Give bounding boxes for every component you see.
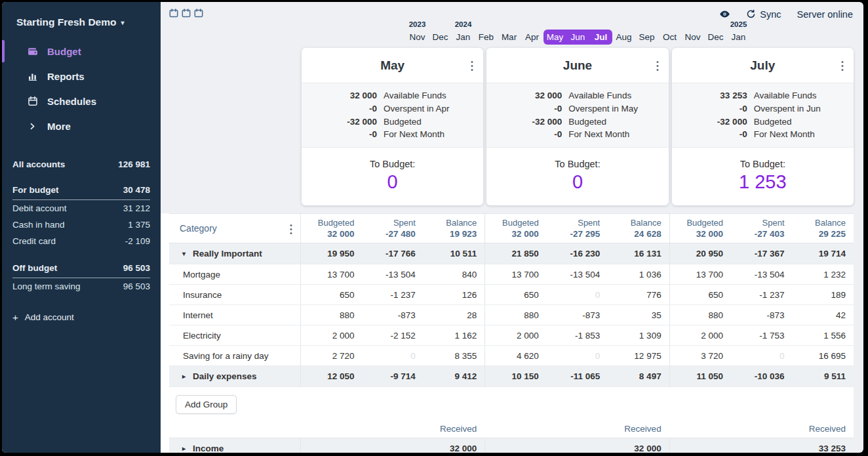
server-status[interactable]: Server online [797, 9, 853, 20]
spent-cell[interactable]: 0 [547, 290, 608, 300]
column-header-budgeted[interactable]: Budgeted32 000 [485, 214, 546, 243]
spent-cell[interactable]: -13 504 [731, 270, 792, 280]
account-cash-in-hand[interactable]: Cash in hand1 375 [2, 217, 161, 233]
sidebar-item-reports[interactable]: Reports [2, 64, 161, 89]
group-name[interactable]: ▸Daily expenses [169, 366, 300, 386]
column-header-balance[interactable]: Balance24 628 [608, 214, 669, 243]
chevron-down-icon[interactable]: ▾ [182, 250, 188, 257]
budgeted-cell[interactable]: 880 [301, 310, 362, 320]
account-long-term-saving[interactable]: Long term saving96 503 [2, 278, 161, 295]
sidebar-item-more[interactable]: More [2, 114, 161, 138]
spent-cell[interactable]: -873 [547, 310, 608, 320]
balance-cell[interactable]: 28 [424, 310, 484, 320]
category-name[interactable]: Mortgage [169, 264, 300, 284]
balance-cell[interactable]: 1 556 [793, 331, 854, 341]
spent-cell[interactable]: -9 714 [362, 371, 423, 381]
month-mar[interactable]: Mar [498, 30, 521, 45]
column-header-spent[interactable]: Spent-27 403 [731, 214, 792, 243]
spent-cell[interactable]: -13 504 [362, 270, 423, 280]
balance-cell[interactable]: 1 036 [608, 270, 669, 280]
month-nov[interactable]: Nov [681, 30, 704, 45]
balance-cell[interactable]: 16 131 [608, 249, 669, 259]
balance-cell[interactable]: 1 162 [424, 331, 484, 341]
budgeted-cell[interactable]: 2 000 [485, 331, 546, 341]
balance-cell[interactable]: 9 412 [424, 371, 484, 381]
balance-cell[interactable]: 19 714 [793, 249, 854, 259]
month-feb[interactable]: Feb [475, 30, 498, 45]
spent-cell[interactable]: -10 036 [731, 371, 792, 381]
spent-cell[interactable]: 0 [362, 351, 423, 361]
spent-cell[interactable]: 0 [547, 351, 608, 361]
balance-cell[interactable]: 8 497 [608, 371, 669, 381]
month-menu-kebab-icon[interactable] [471, 60, 473, 72]
month-menu-kebab-icon[interactable] [841, 60, 844, 72]
budgeted-cell[interactable]: 4 620 [485, 351, 546, 361]
balance-cell[interactable]: 10 511 [424, 249, 484, 259]
month-dec[interactable]: Dec [704, 30, 727, 45]
category-menu-kebab-icon[interactable] [290, 224, 292, 235]
spent-cell[interactable]: -13 504 [547, 270, 608, 280]
month-menu-kebab-icon[interactable] [656, 60, 659, 72]
column-header-balance[interactable]: Balance29 225 [793, 214, 854, 243]
sidebar-item-budget[interactable]: Budget [2, 39, 161, 64]
month-jul[interactable]: Jul [589, 30, 612, 45]
budgeted-cell[interactable]: 19 950 [301, 249, 362, 259]
account-credit-card[interactable]: Credit card-2 109 [2, 233, 161, 249]
spent-cell[interactable]: -1 853 [547, 331, 608, 341]
budgeted-cell[interactable]: 2 000 [670, 331, 731, 341]
month-oct[interactable]: Oct [658, 30, 681, 45]
spent-cell[interactable]: -1 237 [362, 290, 423, 300]
spent-cell[interactable]: -11 065 [547, 371, 608, 381]
balance-cell[interactable]: 42 [793, 310, 854, 320]
month-apr[interactable]: Apr [521, 30, 543, 45]
add-account-button[interactable]: +Add account [2, 308, 161, 327]
budgeted-cell[interactable]: 3 720 [670, 351, 731, 361]
month-jan-2025[interactable]: 2025Jan [727, 30, 750, 45]
spent-cell[interactable]: -1 237 [731, 290, 792, 300]
add-group-button[interactable]: Add Group [176, 395, 237, 414]
balance-cell[interactable]: 16 695 [793, 351, 854, 361]
column-header-balance[interactable]: Balance19 923 [424, 214, 484, 243]
budgeted-cell[interactable]: 650 [485, 290, 546, 300]
balance-cell[interactable]: 1 232 [793, 270, 854, 280]
balance-cell[interactable]: 189 [793, 290, 854, 300]
chevron-right-icon[interactable]: ▸ [182, 373, 188, 380]
calendar-view-toggle-1[interactable] [169, 9, 178, 18]
budgeted-cell[interactable]: 20 950 [670, 249, 731, 259]
month-may[interactable]: May [543, 30, 566, 45]
column-header-budgeted[interactable]: Budgeted32 000 [670, 214, 731, 243]
all-accounts-row[interactable]: All accounts126 981 [2, 155, 161, 173]
month-nov-2023[interactable]: 2023Nov [406, 30, 429, 45]
balance-cell[interactable]: 126 [424, 290, 484, 300]
spent-cell[interactable]: -16 230 [547, 249, 608, 259]
month-dec[interactable]: Dec [429, 30, 452, 45]
category-name[interactable]: Internet [169, 305, 300, 325]
month-jan-2024[interactable]: 2024Jan [452, 30, 475, 45]
to-budget-amount[interactable]: 0 [486, 171, 668, 193]
sidebar-item-schedules[interactable]: Schedules [2, 89, 161, 114]
budgeted-cell[interactable]: 880 [485, 310, 546, 320]
budgeted-cell[interactable]: 880 [670, 310, 731, 320]
budget-file-menu[interactable]: Starting Fresh Demo ▾ [2, 2, 161, 39]
budgeted-cell[interactable]: 10 150 [485, 371, 546, 381]
to-budget-amount[interactable]: 1 253 [672, 171, 854, 193]
received-cell[interactable]: 32 000 [424, 444, 484, 453]
balance-cell[interactable]: 840 [424, 270, 484, 280]
budgeted-cell[interactable]: 21 850 [485, 249, 546, 259]
column-header-spent[interactable]: Spent-27 295 [547, 214, 608, 243]
spent-cell[interactable]: -17 367 [731, 249, 792, 259]
balance-cell[interactable]: 12 975 [608, 351, 669, 361]
category-name[interactable]: Electricity [169, 325, 300, 345]
month-jun[interactable]: Jun [566, 30, 589, 45]
calendar-view-toggle-3[interactable] [194, 9, 203, 18]
category-name[interactable]: Insurance [169, 285, 300, 304]
budgeted-cell[interactable]: 11 050 [670, 371, 731, 381]
column-header-budgeted[interactable]: Budgeted32 000 [301, 214, 362, 243]
chevron-right-icon[interactable]: ▸ [182, 445, 188, 452]
budgeted-cell[interactable]: 2 720 [301, 351, 362, 361]
balance-cell[interactable]: 9 511 [793, 371, 854, 381]
group-name[interactable]: ▸Income [169, 438, 300, 453]
spent-cell[interactable]: -2 152 [362, 331, 423, 341]
month-sep[interactable]: Sep [635, 30, 658, 45]
group-name[interactable]: ▾Really Important [169, 243, 300, 264]
